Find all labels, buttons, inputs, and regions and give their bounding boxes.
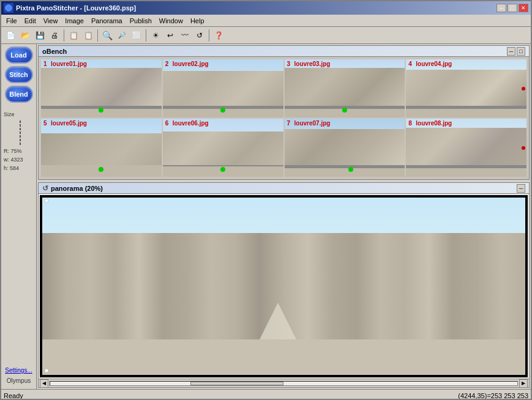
photo-image-8 xyxy=(406,119,526,177)
toolbar-sep-3 xyxy=(146,29,146,42)
load-button[interactable]: Load xyxy=(5,46,33,64)
photo-filename-3: louvre03.jpg xyxy=(294,61,331,67)
pano-bottom-left-marker xyxy=(45,369,48,372)
photo-index-7: 7 xyxy=(287,120,291,127)
size-w: w: 4323 xyxy=(4,155,36,164)
photobench-title: oBench xyxy=(42,48,67,55)
toolbar: 📄 📂 💾 🖨 📋 📋 🔍 🔎 ⬜ ☀ ↩ 〰 ↺ ❓ xyxy=(1,27,531,44)
photo-filename-1: louvre01.jpg xyxy=(51,61,87,67)
menu-help[interactable]: Help xyxy=(187,16,208,26)
right-content: oBench ─ □ 1 louvre01.jpg xyxy=(37,44,531,389)
photo-index-2: 2 xyxy=(165,61,169,67)
copy-button[interactable]: 📋 xyxy=(67,29,80,42)
panorama-title: panorama (20%) xyxy=(51,185,103,192)
new-button[interactable]: 📄 xyxy=(4,29,17,42)
panorama-content[interactable] xyxy=(40,195,528,377)
photobench-header-controls: ─ □ xyxy=(507,47,525,56)
blend-button[interactable]: Blend xyxy=(5,86,33,103)
photobench-maximize-button[interactable]: □ xyxy=(517,47,525,56)
photo-filename-5: louvre05.jpg xyxy=(51,120,87,127)
paste-button[interactable]: 📋 xyxy=(81,29,95,42)
photo-cell-5[interactable]: 5 louvre05.jpg xyxy=(41,119,162,177)
menu-image[interactable]: Image xyxy=(61,16,88,26)
olympus-label: Olympus xyxy=(7,377,31,384)
photo-cell-6[interactable]: 6 louvre06.jpg xyxy=(163,119,283,177)
wave-button[interactable]: 〰 xyxy=(178,29,192,42)
photo-filename-2: louvre02.jpg xyxy=(173,61,209,67)
pano-scroll-track[interactable] xyxy=(50,381,518,386)
photobench-header: oBench ─ □ xyxy=(39,46,529,57)
ruler-mark xyxy=(20,120,21,123)
pano-scroll-left-button[interactable]: ◀ xyxy=(40,379,48,388)
maximize-button[interactable]: □ xyxy=(508,4,517,12)
refresh-button[interactable]: ↺ xyxy=(193,29,206,42)
panorama-collapse-button[interactable]: ─ xyxy=(517,184,525,193)
photo-index-3: 3 xyxy=(287,61,291,67)
brightness-button[interactable]: ☀ xyxy=(149,29,162,42)
photo-image-4 xyxy=(406,59,526,117)
settings-link[interactable]: Settings... xyxy=(5,367,32,374)
photo-filename-4: louvre04.jpg xyxy=(416,61,452,67)
panorama-panel: ↺ panorama (20%) ─ xyxy=(38,182,530,388)
status-coords: (4244,35)=253 253 253 xyxy=(458,392,528,399)
photo-filename-6: louvre06.jpg xyxy=(173,120,209,127)
status-bar: Ready (4244,35)=253 253 253 xyxy=(1,389,531,400)
pano-scene xyxy=(42,198,525,375)
size-panel: Size R: 75% w: 4323 h: 584 xyxy=(1,110,36,172)
photo-marker-6 xyxy=(220,167,225,172)
pano-left-marker xyxy=(45,199,48,202)
photo-marker-8 xyxy=(522,146,525,150)
panorama-header-left: ↺ panorama (20%) xyxy=(42,184,103,193)
ruler-mark xyxy=(20,128,21,130)
ruler-mark xyxy=(20,139,21,141)
menu-edit[interactable]: Edit xyxy=(21,16,40,26)
pano-ground xyxy=(42,339,525,375)
photo-cell-4[interactable]: 4 louvre04.jpg xyxy=(406,59,526,117)
photo-filename-7: louvre07.jpg xyxy=(294,120,331,127)
help-button[interactable]: ❓ xyxy=(212,29,225,42)
pano-scroll-right-button[interactable]: ▶ xyxy=(519,379,528,388)
ruler-mark xyxy=(20,124,21,127)
select-button[interactable]: ⬜ xyxy=(130,29,143,42)
photobench-panel: oBench ─ □ 1 louvre01.jpg xyxy=(38,45,530,180)
pano-scroll-thumb[interactable] xyxy=(190,382,284,385)
photo-marker-7 xyxy=(348,167,353,172)
photo-cell-2[interactable]: 2 louvre02.jpg xyxy=(163,59,283,117)
ruler-mark xyxy=(20,131,21,134)
toolbar-sep-4 xyxy=(209,29,209,42)
photo-marker-2 xyxy=(220,108,225,113)
pyramid-shape xyxy=(260,303,296,339)
photo-index-4: 4 xyxy=(408,61,412,67)
size-label: Size xyxy=(4,110,36,119)
close-button[interactable]: ✕ xyxy=(519,4,528,12)
panorama-header: ↺ panorama (20%) ─ xyxy=(39,183,529,194)
menu-bar: File Edit View Image Panorama Publish Wi… xyxy=(1,15,531,27)
photo-cell-1[interactable]: 1 louvre01.jpg xyxy=(41,59,162,117)
photo-cell-8[interactable]: 8 louvre08.jpg xyxy=(406,119,526,177)
panorama-refresh-icon: ↺ xyxy=(42,184,48,193)
photo-cell-3[interactable]: 3 louvre03.jpg xyxy=(285,59,405,117)
pano-scrollbar[interactable]: ◀ ▶ xyxy=(39,379,529,387)
minimize-button[interactable]: ─ xyxy=(496,4,506,12)
zoom-out-button[interactable]: 🔎 xyxy=(115,29,129,42)
left-sidebar: Load Stitch Blend Size R: 75% w: 4323 h:… xyxy=(1,44,37,389)
menu-publish[interactable]: Publish xyxy=(126,16,155,26)
svg-point-1 xyxy=(6,5,12,11)
size-r: R: 75% xyxy=(4,147,36,155)
photo-marker-3 xyxy=(342,108,347,113)
stitch-button[interactable]: Stitch xyxy=(5,66,33,83)
photo-cell-7[interactable]: 7 louvre07.jpg xyxy=(285,119,405,177)
print-button[interactable]: 🖨 xyxy=(48,29,61,42)
zoom-in-button[interactable]: 🔍 xyxy=(100,29,114,42)
app-icon xyxy=(4,3,13,13)
menu-file[interactable]: File xyxy=(2,16,21,26)
photo-index-8: 8 xyxy=(408,120,412,127)
open-button[interactable]: 📂 xyxy=(18,29,32,42)
rotate-button[interactable]: ↩ xyxy=(163,29,177,42)
toolbar-sep-2 xyxy=(97,29,98,42)
menu-view[interactable]: View xyxy=(40,16,62,26)
save-button[interactable]: 💾 xyxy=(33,29,47,42)
menu-window[interactable]: Window xyxy=(155,16,187,26)
menu-panorama[interactable]: Panorama xyxy=(88,16,126,26)
photobench-minimize-button[interactable]: ─ xyxy=(507,47,515,56)
